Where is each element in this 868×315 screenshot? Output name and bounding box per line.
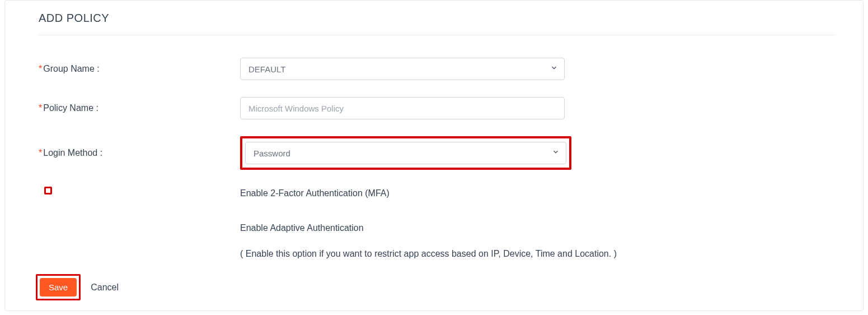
label-text-group-name: Group Name :: [43, 64, 99, 74]
toggle-knob: [67, 192, 81, 207]
login-method-highlight: Password: [240, 136, 571, 170]
mfa-toggle-highlight: [44, 187, 52, 194]
mfa-label: Enable 2-Factor Authentication (MFA): [240, 187, 390, 200]
policy-name-input[interactable]: [240, 97, 565, 119]
cancel-button[interactable]: Cancel: [91, 282, 119, 293]
group-name-select[interactable]: DEFAULT: [240, 58, 565, 80]
required-asterisk: *: [39, 64, 42, 74]
adaptive-label: Enable Adaptive Authentication: [240, 221, 617, 235]
adaptive-helper-text: ( Enable this option if you want to rest…: [240, 247, 617, 261]
save-button[interactable]: Save: [40, 278, 77, 297]
row-group-name: * Group Name : DEFAULT: [39, 58, 835, 80]
row-login-method: * Login Method : Password: [39, 136, 835, 170]
page-title: ADD POLICY: [39, 12, 835, 25]
label-text-policy-name: Policy Name :: [43, 103, 98, 113]
label-group-name: * Group Name :: [39, 64, 240, 74]
row-adaptive: Enable Adaptive Authentication ( Enable …: [39, 221, 835, 261]
required-asterisk: *: [39, 103, 42, 113]
login-method-select[interactable]: Password: [245, 142, 566, 164]
label-login-method: * Login Method :: [39, 148, 240, 158]
label-policy-name: * Policy Name :: [39, 103, 240, 113]
row-mfa: Enable 2-Factor Authentication (MFA): [39, 187, 835, 200]
add-policy-panel: ADD POLICY * Group Name : DEFAULT * Poli…: [4, 0, 864, 311]
label-text-login-method: Login Method :: [43, 148, 102, 158]
save-button-highlight: Save: [36, 274, 81, 300]
row-policy-name: * Policy Name :: [39, 97, 835, 119]
required-asterisk: *: [39, 148, 42, 158]
toggle-knob: [51, 223, 66, 238]
divider: [39, 35, 835, 35]
form-actions: Save Cancel: [36, 274, 119, 300]
